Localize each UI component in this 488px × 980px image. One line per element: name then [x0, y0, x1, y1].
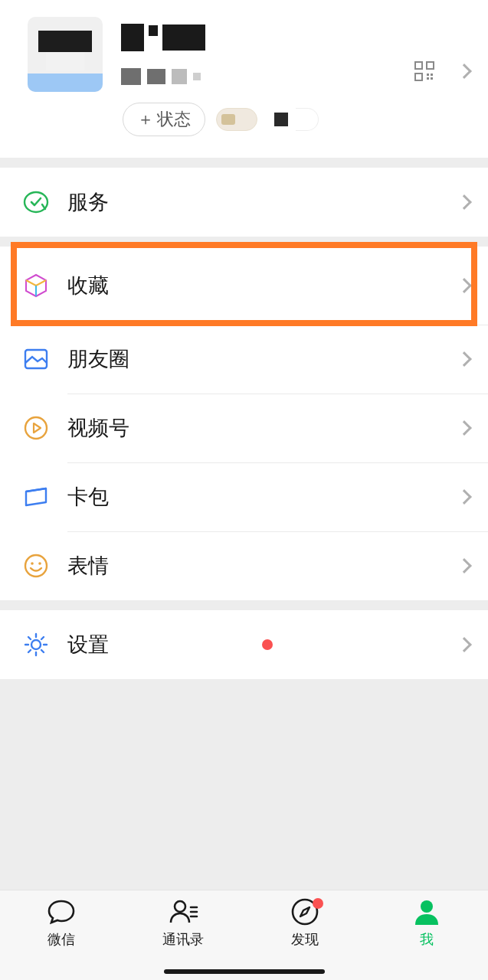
chevron-right-icon	[457, 489, 472, 505]
menu-item-label: 设置	[67, 631, 254, 658]
menu-item-favorites[interactable]: 收藏	[0, 247, 488, 325]
chevron-right-icon	[457, 278, 472, 293]
payment-check-icon	[21, 188, 51, 217]
svg-point-5	[38, 562, 41, 565]
home-indicator	[164, 969, 325, 974]
tab-chats[interactable]: 微信	[0, 897, 122, 980]
tab-label: 微信	[47, 930, 75, 949]
gallery-icon	[21, 345, 51, 374]
menu-item-services[interactable]: 服务	[0, 168, 488, 237]
smiley-icon	[21, 551, 51, 580]
svg-point-7	[175, 901, 185, 912]
profile-header[interactable]: ＋ 状态	[0, 0, 488, 158]
chevron-right-icon	[457, 637, 472, 652]
menu-item-label: 服务	[67, 188, 459, 216]
tab-contacts[interactable]: 通讯录	[122, 897, 244, 980]
svg-point-6	[31, 640, 41, 649]
avatar[interactable]	[28, 17, 103, 92]
menu-item-label: 视频号	[67, 414, 459, 442]
tab-me[interactable]: 我	[366, 897, 488, 980]
menu-item-label: 卡包	[67, 483, 459, 511]
status-button[interactable]: ＋ 状态	[123, 103, 205, 136]
card-wallet-icon	[21, 482, 51, 511]
tab-label: 发现	[291, 930, 319, 949]
svg-point-4	[31, 562, 34, 565]
tab-discover[interactable]: 发现	[244, 897, 366, 980]
svg-point-2	[25, 417, 47, 439]
menu-item-stickers[interactable]: 表情	[0, 531, 488, 600]
plus-icon: ＋	[137, 108, 154, 131]
cube-icon	[21, 271, 51, 300]
menu-item-channels[interactable]: 视频号	[0, 394, 488, 462]
gear-icon	[21, 630, 51, 659]
tab-bar: 微信 通讯录 发现 我	[0, 890, 488, 980]
chevron-right-icon	[457, 64, 472, 79]
menu-item-label: 朋友圈	[67, 345, 459, 373]
profile-nickname	[121, 24, 414, 51]
svg-point-9	[421, 900, 433, 913]
notification-dot	[262, 639, 273, 650]
menu-item-cards[interactable]: 卡包	[0, 462, 488, 531]
status-button-label: 状态	[157, 108, 191, 131]
notification-dot	[313, 898, 323, 909]
chevron-right-icon	[457, 558, 472, 573]
menu-item-settings[interactable]: 设置	[0, 610, 488, 679]
menu-group-settings: 设置	[0, 610, 488, 679]
background-filler	[0, 680, 488, 890]
menu-item-label: 收藏	[67, 272, 459, 299]
chevron-right-icon	[457, 420, 472, 436]
menu-group-services: 服务	[0, 168, 488, 237]
menu-group-content: 收藏 朋友圈 视频号 卡包	[0, 247, 488, 600]
profile-wechat-id	[121, 68, 414, 85]
chat-bubble-icon	[46, 897, 77, 927]
contacts-icon	[168, 897, 198, 927]
qr-code-icon[interactable]	[414, 61, 434, 81]
menu-item-moments[interactable]: 朋友圈	[0, 325, 488, 394]
svg-point-3	[25, 555, 47, 577]
tab-label: 通讯录	[162, 930, 204, 949]
tab-label: 我	[420, 930, 434, 949]
chevron-right-icon	[457, 351, 472, 367]
person-icon	[411, 897, 442, 927]
play-circle-icon	[21, 413, 51, 443]
menu-item-label: 表情	[67, 552, 459, 580]
chevron-right-icon	[457, 194, 472, 210]
